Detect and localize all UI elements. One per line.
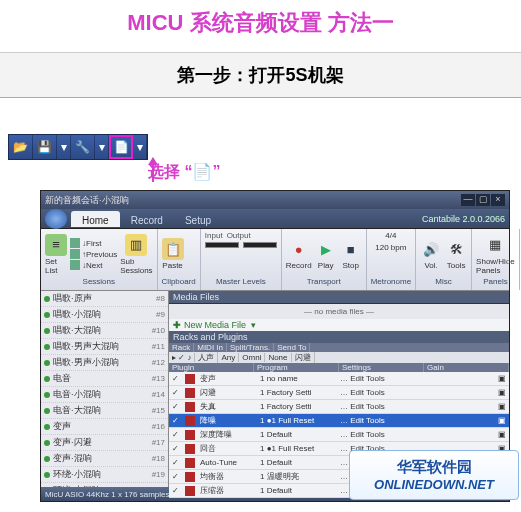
group-metronome-label: Metronome <box>371 277 411 288</box>
time-sig[interactable]: 4/4 <box>385 231 396 240</box>
chevron-down-icon[interactable]: ▾ <box>95 135 109 159</box>
sidebar-item[interactable]: 变声·混响#18 <box>41 451 168 467</box>
session-list[interactable]: 唱歌·原声#8唱歌·小混响#9唱歌·大混响#10唱歌·男声大混响#11唱歌·男声… <box>41 291 169 487</box>
rack-row[interactable]: ✓闪避1 Factory Setti… Edit Tools▣ <box>169 386 509 400</box>
app-title: Cantabile 2.0.0.2066 <box>422 214 505 224</box>
tool-icon[interactable]: 🔧 <box>71 135 95 159</box>
output-label: Output <box>227 231 251 240</box>
tab-record[interactable]: Record <box>120 211 174 227</box>
center-title: 新的音频会话·小混响 <box>45 194 129 207</box>
rack-topcols: RackMIDI InSplit/Trans.Send To <box>169 343 509 352</box>
panels-button[interactable]: ▦Show/Hide Panels <box>476 234 515 275</box>
rack-row[interactable]: ✓深度降噪1 Default… Edit Tools▣ <box>169 428 509 442</box>
tab-home[interactable]: Home <box>71 211 120 227</box>
page-title: MICU 系统音频设置 方法一 <box>0 0 521 53</box>
minimize-button[interactable]: — <box>461 194 475 206</box>
racks-header: Racks and Plugins <box>169 331 509 343</box>
sidebar-item[interactable]: 变声#16 <box>41 419 168 435</box>
vol-button[interactable]: 🔊Vol. <box>420 238 442 270</box>
play-button[interactable]: ▶Play <box>315 238 337 270</box>
tempo[interactable]: 120 bpm <box>375 243 406 252</box>
close-button[interactable]: × <box>491 194 505 206</box>
paste-button[interactable]: 📋Paste <box>162 238 184 270</box>
mini-toolbar: 📂 💾 ▾ 🔧 ▾ 📄 ▾ <box>8 134 148 160</box>
group-transport-label: Transport <box>286 277 362 288</box>
group-master-label: Master Levels <box>205 277 277 288</box>
record-button[interactable]: ●Record <box>286 238 312 270</box>
sidebar-item[interactable]: 电音#13 <box>41 371 168 387</box>
save-icon[interactable]: 💾 <box>33 135 57 159</box>
sidebar-item[interactable]: 唱歌·男声小混响#12 <box>41 355 168 371</box>
sidebar-item[interactable]: 唱歌·男声大混响#11 <box>41 339 168 355</box>
group-misc-label: Misc <box>420 277 467 288</box>
mediafiles-header: Media Files <box>169 291 509 304</box>
sidebar-item[interactable]: 唱歌·小混响#9 <box>41 307 168 323</box>
orb-button[interactable] <box>45 209 67 229</box>
watermark-line2: ONLINEDOWN.NET <box>374 477 494 492</box>
callout-label: 选择 “📄” <box>148 162 220 183</box>
sidebar-item[interactable]: 环绕·大混响#20 <box>41 483 168 487</box>
sidebar-item[interactable]: 电音·小混响#14 <box>41 387 168 403</box>
ribbon-tabs: Home Record Setup Cantabile 2.0.0.2066 <box>41 209 509 229</box>
watermark-line1: 华军软件园 <box>397 458 472 477</box>
rack-cols: PluginProgramSettingsGain <box>169 363 509 372</box>
new-mediafile-button[interactable]: ✚New Media File▾ <box>169 319 509 331</box>
ribbon: ≡Set List ↓First ↑Previous ↓Next ▥Sub Se… <box>41 229 509 291</box>
plus-icon: ✚ <box>173 320 181 330</box>
output-level[interactable] <box>243 242 277 248</box>
sidebar-item[interactable]: 唱歌·大混响#10 <box>41 323 168 339</box>
input-label: Input <box>205 231 223 240</box>
sidebar-item[interactable]: 电音·大混响#15 <box>41 403 168 419</box>
titlebar: 新的音频会话·小混响 — ▢ × <box>41 191 509 209</box>
next-button[interactable]: ↓Next <box>70 260 117 270</box>
mediafiles-empty: — no media files — <box>169 304 509 319</box>
sidebar-item[interactable]: 变声·闪避#17 <box>41 435 168 451</box>
tab-setup[interactable]: Setup <box>174 211 222 227</box>
group-clipboard-label: Clipboard <box>162 277 196 288</box>
previous-button[interactable]: ↑Previous <box>70 249 117 259</box>
sidebar-item[interactable]: 环绕·小混响#19 <box>41 467 168 483</box>
watermark: 华军软件园 ONLINEDOWN.NET <box>349 450 519 500</box>
rack-row[interactable]: ✓失真1 Factory Setti… Edit Tools▣ <box>169 400 509 414</box>
tools-button[interactable]: 🛠Tools <box>445 238 467 270</box>
group-sessions-label: Sessions <box>45 277 153 288</box>
input-level[interactable] <box>205 242 239 248</box>
rack-subcols[interactable]: ▸ ✓ ♪ 人声AnyOmniNone闪避 <box>169 352 509 363</box>
maximize-button[interactable]: ▢ <box>476 194 490 206</box>
rack-row[interactable]: ✓变声1 no name… Edit Tools▣ <box>169 372 509 386</box>
stop-button[interactable]: ■Stop <box>340 238 362 270</box>
chevron-down-icon[interactable]: ▾ <box>133 135 147 159</box>
subsessions-button[interactable]: ▥Sub Sessions <box>120 234 152 275</box>
rack-icon[interactable]: 📄 <box>109 135 133 159</box>
open-icon[interactable]: 📂 <box>9 135 33 159</box>
sidebar-item[interactable]: 唱歌·原声#8 <box>41 291 168 307</box>
rack-row[interactable]: ✓降噪1 ●1 Full Reset… Edit Tools▣ <box>169 414 509 428</box>
status-driver: MicU ASIO 44Khz 1 x 176 samples <box>45 490 170 499</box>
group-panels-label: Panels <box>476 277 515 288</box>
step-title: 第一步：打开5S机架 <box>0 53 521 98</box>
first-button[interactable]: ↓First <box>70 238 117 248</box>
setlist-button[interactable]: ≡Set List <box>45 234 67 275</box>
chevron-down-icon[interactable]: ▾ <box>57 135 71 159</box>
